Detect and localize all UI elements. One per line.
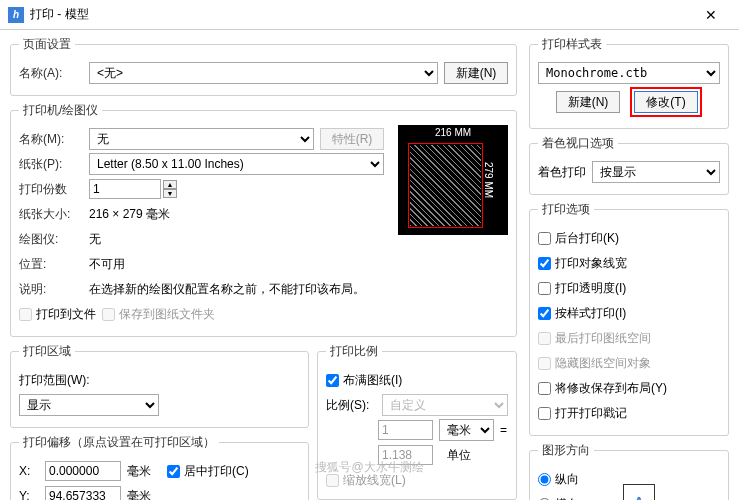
plot-area-legend: 打印区域 <box>19 343 75 360</box>
desc-label: 说明: <box>19 281 83 298</box>
page-name-label: 名称(A): <box>19 65 83 82</box>
opt-hide-checkbox: 隐藏图纸空间对象 <box>538 355 651 372</box>
x-label: X: <box>19 464 39 478</box>
opt-save-checkbox[interactable]: 将修改保存到布局(Y) <box>538 380 667 397</box>
plot-what-select[interactable]: 显示 <box>19 394 159 416</box>
paper-label: 纸张(P): <box>19 156 83 173</box>
scale-label: 比例(S): <box>326 397 376 414</box>
preview-width-label: 216 MM <box>435 127 471 138</box>
y-unit: 毫米 <box>127 488 151 501</box>
plotter-props-button: 特性(R) <box>320 128 384 150</box>
location-label: 位置: <box>19 256 83 273</box>
options-legend: 打印选项 <box>538 201 594 218</box>
preview-height-label: 279 MM <box>482 162 493 198</box>
style-new-button[interactable]: 新建(N) <box>556 91 620 113</box>
paper-preview: 216 MM 279 MM <box>398 125 508 235</box>
y-input[interactable] <box>45 486 121 500</box>
copies-stepper[interactable]: ▲▼ <box>89 179 177 199</box>
page-name-select[interactable]: <无> <box>89 62 438 84</box>
opt-lw-checkbox[interactable]: 打印对象线宽 <box>538 255 627 272</box>
plot-area-group: 打印区域 打印范围(W): 显示 <box>10 343 309 428</box>
landscape-radio[interactable]: 横向 <box>538 496 579 501</box>
plot-scale-group: 打印比例 布满图纸(I) 比例(S): 自定义 毫米 = 单位 <box>317 343 517 500</box>
edit-highlight: 修改(T) <box>630 87 702 117</box>
save-folder-checkbox: 保存到图纸文件夹 <box>102 306 215 323</box>
orientation-group: 图形方向 纵向 横向 反向打印(-) A <box>529 442 729 500</box>
fit-to-paper-checkbox[interactable]: 布满图纸(I) <box>326 372 402 389</box>
shaded-legend: 着色视口选项 <box>538 135 618 152</box>
copies-label: 打印份数 <box>19 181 83 198</box>
desc-value: 在选择新的绘图仪配置名称之前，不能打印该布局。 <box>89 281 365 298</box>
orientation-icon: A <box>623 484 655 500</box>
print-to-file-checkbox: 打印到文件 <box>19 306 96 323</box>
close-icon[interactable]: ✕ <box>691 7 731 23</box>
shade-select[interactable]: 按显示 <box>592 161 720 183</box>
plotter-name-label: 名称(M): <box>19 131 83 148</box>
portrait-radio[interactable]: 纵向 <box>538 471 579 488</box>
device-label: 绘图仪: <box>19 231 83 248</box>
scale-eq: = <box>500 423 507 437</box>
center-plot-checkbox[interactable]: 居中打印(C) <box>167 463 249 480</box>
orientation-legend: 图形方向 <box>538 442 594 459</box>
plotter-name-select[interactable]: 无 <box>89 128 314 150</box>
preview-hatch <box>410 145 481 226</box>
scale-den-input <box>378 445 433 465</box>
plot-what-label: 打印范围(W): <box>19 372 90 389</box>
page-new-button[interactable]: 新建(N) <box>444 62 508 84</box>
device-value: 无 <box>89 231 101 248</box>
titlebar: h 打印 - 模型 ✕ <box>0 0 739 30</box>
plot-scale-legend: 打印比例 <box>326 343 382 360</box>
opt-last-checkbox: 最后打印图纸空间 <box>538 330 651 347</box>
shade-label: 着色打印 <box>538 164 586 181</box>
page-setup-legend: 页面设置 <box>19 36 75 53</box>
scale-unit-select[interactable]: 毫米 <box>439 419 494 441</box>
x-input[interactable] <box>45 461 121 481</box>
copies-input[interactable] <box>89 179 161 199</box>
plotter-group: 打印机/绘图仪 名称(M): 无 特性(R) 纸张(P): Letter (8.… <box>10 102 517 337</box>
plot-style-legend: 打印样式表 <box>538 36 606 53</box>
plot-style-select[interactable]: Monochrome.ctb <box>538 62 720 84</box>
plot-style-group: 打印样式表 Monochrome.ctb 新建(N) 修改(T) <box>529 36 729 129</box>
location-value: 不可用 <box>89 256 125 273</box>
spin-up-icon[interactable]: ▲ <box>163 180 177 189</box>
paper-select[interactable]: Letter (8.50 x 11.00 Inches) <box>89 153 384 175</box>
opt-tr-checkbox[interactable]: 打印透明度(I) <box>538 280 626 297</box>
plotter-legend: 打印机/绘图仪 <box>19 102 102 119</box>
x-unit: 毫米 <box>127 463 151 480</box>
style-edit-button[interactable]: 修改(T) <box>634 91 698 113</box>
scale-unit-label: 单位 <box>447 447 471 464</box>
plot-offset-legend: 打印偏移（原点设置在可打印区域） <box>19 434 219 451</box>
opt-bg-checkbox[interactable]: 后台打印(K) <box>538 230 619 247</box>
scale-select: 自定义 <box>382 394 508 416</box>
papersize-value: 216 × 279 毫米 <box>89 206 170 223</box>
plot-offset-group: 打印偏移（原点设置在可打印区域） X: 毫米 居中打印(C) Y: 毫米 <box>10 434 309 500</box>
scale-num-input <box>378 420 433 440</box>
app-icon: h <box>8 7 24 23</box>
scale-lineweights-checkbox: 缩放线宽(L) <box>326 472 406 489</box>
papersize-label: 纸张大小: <box>19 206 83 223</box>
shaded-viewport-group: 着色视口选项 着色打印 按显示 <box>529 135 729 195</box>
y-label: Y: <box>19 489 39 500</box>
window-title: 打印 - 模型 <box>30 6 691 23</box>
page-setup-group: 页面设置 名称(A): <无> 新建(N) <box>10 36 517 96</box>
spin-down-icon[interactable]: ▼ <box>163 189 177 198</box>
opt-stamp-checkbox[interactable]: 打开打印戳记 <box>538 405 627 422</box>
opt-ps-checkbox[interactable]: 按样式打印(I) <box>538 305 626 322</box>
plot-options-group: 打印选项 后台打印(K) 打印对象线宽 打印透明度(I) 按样式打印(I) 最后… <box>529 201 729 436</box>
